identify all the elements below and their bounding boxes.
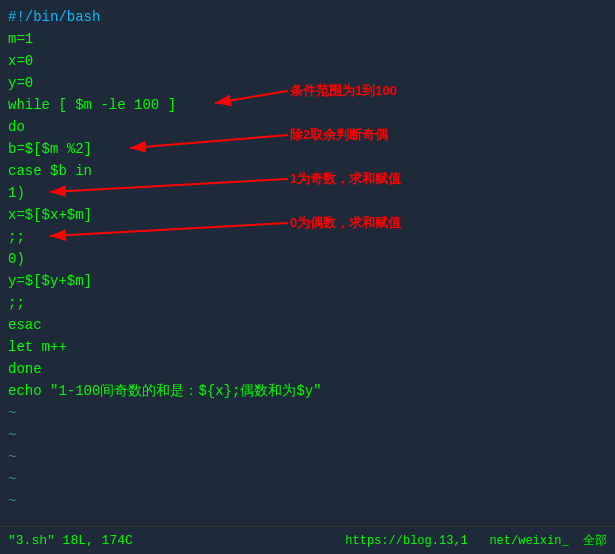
annotation-even: 0为偶数，求和赋值 [290, 214, 401, 232]
code-line: #!/bin/bash [8, 6, 607, 28]
annotation-remainder: 除2取余判断奇偶 [290, 126, 388, 144]
code-line: echo "1-100间奇数的和是：${x};偶数和为$y" [8, 380, 607, 402]
code-line: ;; [8, 292, 607, 314]
code-line: x=0 [8, 50, 607, 72]
tilde-line: ~ [8, 468, 607, 490]
annotation-while: 条件范围为1到100 [290, 82, 397, 100]
tilde-line: ~ [8, 424, 607, 446]
code-line: m=1 [8, 28, 607, 50]
code-line: 0) [8, 248, 607, 270]
cursor-info: https://blog.13,1 net/weixin_ 全部 [345, 532, 607, 549]
code-editor: #!/bin/bashm=1x=0y=0while [ $m -le 100 ]… [0, 0, 615, 518]
status-bar: "3.sh" 18L, 174C https://blog.13,1 net/w… [0, 526, 615, 554]
annotation-odd: 1为奇数，求和赋值 [290, 170, 401, 188]
code-line: done [8, 358, 607, 380]
tilde-line: ~ [8, 402, 607, 424]
code-line: y=$[$y+$m] [8, 270, 607, 292]
file-info: "3.sh" 18L, 174C [8, 533, 133, 548]
code-line: let m++ [8, 336, 607, 358]
tilde-line: ~ [8, 446, 607, 468]
tilde-line: ~ [8, 490, 607, 512]
code-line: esac [8, 314, 607, 336]
